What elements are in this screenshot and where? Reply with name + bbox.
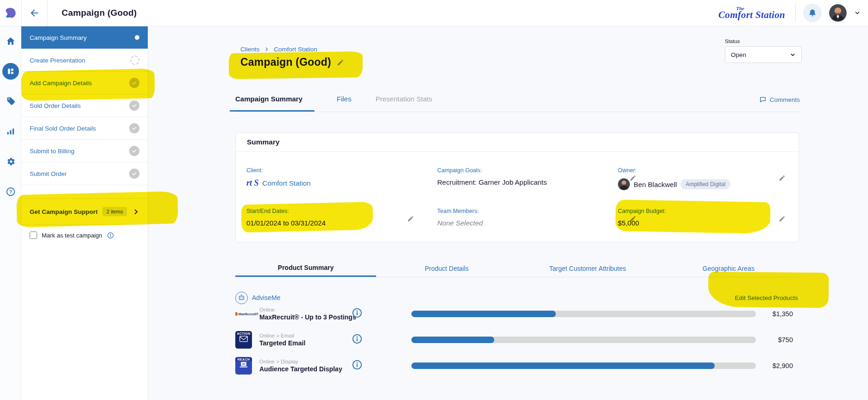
- client-name-link[interactable]: Comfort Station: [263, 179, 311, 187]
- maxrecruit-logo-text: MaxRecruit®: [239, 312, 258, 316]
- test-campaign-checkbox[interactable]: [30, 231, 37, 239]
- budget-allocation-bar[interactable]: [411, 337, 756, 343]
- edit-dates-pencil-icon[interactable]: [407, 215, 414, 224]
- tag-icon: [6, 96, 16, 106]
- app-logo[interactable]: [0, 0, 22, 26]
- product-price: $1,350: [773, 310, 793, 318]
- product-name: Audience Targeted Display: [259, 365, 342, 373]
- product-price: $2,900: [773, 362, 793, 369]
- icon-badge-text: ACTION: [237, 332, 250, 335]
- check-circle-icon: [129, 100, 139, 111]
- breadcrumb: Clients Comfort Station: [240, 46, 317, 53]
- topbar-divider: [795, 4, 796, 22]
- nav-reports-button[interactable]: [2, 123, 19, 140]
- sidebar-item-submit-order[interactable]: Submit Order: [21, 162, 148, 185]
- bar-chart-icon: [6, 126, 16, 137]
- sidebar-item-final-sold-order-details[interactable]: Final Sold Order Details: [21, 117, 148, 140]
- tab-target-customer-attributes[interactable]: Target Customer Attributes: [517, 260, 658, 277]
- page-title: Campaign (Good): [240, 56, 331, 69]
- support-label: Get Campaign Support: [30, 208, 98, 215]
- sidebar-item-sold-order-details[interactable]: Sold Order Details: [21, 94, 148, 117]
- breadcrumb-clients-link[interactable]: Clients: [240, 46, 259, 53]
- gear-icon: [6, 156, 16, 167]
- edit-owner-pencil-icon[interactable]: [779, 175, 786, 183]
- product-tabs: Product Summary Product Details Target C…: [235, 260, 799, 277]
- budget-allocation-bar[interactable]: [411, 311, 756, 317]
- adviseme-link[interactable]: AdviseMe: [252, 294, 280, 301]
- dates-field: Start/End Dates: 01/01/2024 to 03/31/202…: [246, 208, 326, 227]
- nav-settings-button[interactable]: [2, 153, 19, 170]
- help-icon: ?: [6, 187, 16, 197]
- campaign-steps-sidebar: Campaign Summary Create Presentation Add…: [21, 26, 148, 400]
- edit-selected-products-link[interactable]: Edit Selected Products: [735, 294, 799, 301]
- chevron-down-icon[interactable]: [854, 10, 861, 16]
- tab-product-details[interactable]: Product Details: [376, 260, 517, 277]
- status-select[interactable]: Open: [725, 46, 802, 63]
- sidebar-item-submit-to-billing[interactable]: Submit to Billing: [21, 140, 148, 162]
- tab-presentation-stats[interactable]: Presentation Stats: [374, 93, 434, 112]
- nav-help-button[interactable]: ?: [2, 183, 19, 200]
- back-button[interactable]: [22, 0, 48, 26]
- nav-tags-button[interactable]: [2, 93, 19, 110]
- arrow-left-icon: [30, 8, 40, 18]
- sidebar-item-label: Final Sold Order Details: [30, 125, 96, 132]
- nav-dashboard-button[interactable]: [2, 63, 19, 80]
- tab-campaign-summary[interactable]: Campaign Summary: [230, 93, 314, 112]
- budget-label: Campaign Budget:: [618, 208, 666, 214]
- check-circle-icon: [129, 123, 139, 133]
- tab-files[interactable]: Files: [335, 93, 353, 112]
- edit-title-pencil-icon[interactable]: [337, 59, 344, 66]
- check-circle-icon: [129, 146, 139, 156]
- user-avatar[interactable]: [829, 4, 847, 22]
- team-members-value: None Selected: [437, 219, 483, 227]
- sidebar-item-label: Campaign Summary: [30, 34, 87, 41]
- nav-home-button[interactable]: [2, 33, 19, 50]
- info-icon[interactable]: [352, 334, 362, 346]
- tab-product-summary[interactable]: Product Summary: [235, 260, 376, 277]
- client-brand-logo: The Comfort Station: [718, 6, 785, 20]
- page-tabs: Campaign Summary Files Presentation Stat…: [235, 93, 800, 112]
- info-icon[interactable]: [352, 360, 362, 372]
- team-members-field: Team Members: None Selected: [437, 208, 483, 227]
- owner-field: Owner: Ben Blackwell Amplified Digital: [618, 167, 730, 190]
- budget-allocation-bar[interactable]: [411, 362, 756, 369]
- chevron-down-icon: [790, 52, 796, 58]
- sidebar-item-add-campaign-details[interactable]: Add Campaign Details: [21, 72, 148, 94]
- product-category: Online > Display: [259, 359, 342, 364]
- tab-geographic-areas[interactable]: Geographic Areas: [658, 260, 799, 277]
- edit-budget-pencil-icon[interactable]: [779, 215, 786, 224]
- budget-allocation-fill: [411, 337, 494, 343]
- in-progress-circle-icon: [130, 56, 139, 65]
- dates-value: 01/01/2024 to 03/31/2024: [246, 219, 326, 227]
- audience-display-product-icon: REACH AD: [235, 357, 252, 375]
- comments-label: Comments: [770, 96, 800, 103]
- svg-text:?: ?: [9, 189, 12, 194]
- check-circle-icon: [129, 169, 139, 179]
- breadcrumb-client-link[interactable]: Comfort Station: [274, 46, 317, 53]
- info-icon[interactable]: [352, 308, 362, 320]
- budget-value: $5,000: [618, 219, 666, 227]
- robot-icon: [235, 292, 248, 304]
- home-icon: [6, 36, 16, 46]
- sidebar-item-campaign-summary[interactable]: Campaign Summary: [21, 26, 148, 49]
- sidebar-item-create-presentation[interactable]: Create Presentation: [21, 49, 148, 72]
- product-row-targeted-email: ACTION Online > Email Targeted Email $75…: [235, 329, 799, 350]
- user-avatar-image: [829, 4, 847, 22]
- status-label: Status: [725, 38, 802, 44]
- check-circle-icon: [129, 78, 139, 88]
- get-campaign-support-button[interactable]: Get Campaign Support 2 items: [21, 198, 148, 225]
- notifications-button[interactable]: [803, 4, 822, 22]
- status-block: Status Open: [725, 38, 802, 63]
- client-logo-fragment: rt S: [246, 178, 259, 188]
- campaign-goals-value: Recruitment: Garner Job Applicants: [437, 178, 547, 186]
- icon-badge-text: REACH: [235, 358, 252, 361]
- info-icon[interactable]: [107, 232, 114, 239]
- budget-field: Campaign Budget: $5,000: [618, 208, 666, 227]
- sidebar-item-label: Sold Order Details: [30, 102, 81, 109]
- main-content: Clients Comfort Station Campaign (Good) …: [148, 26, 868, 400]
- chevron-right-icon: [264, 47, 269, 52]
- product-price: $750: [778, 336, 793, 344]
- owner-org-badge: Amplified Digital: [680, 179, 730, 189]
- icon-rail: ?: [0, 26, 21, 400]
- comments-button[interactable]: Comments: [759, 96, 800, 103]
